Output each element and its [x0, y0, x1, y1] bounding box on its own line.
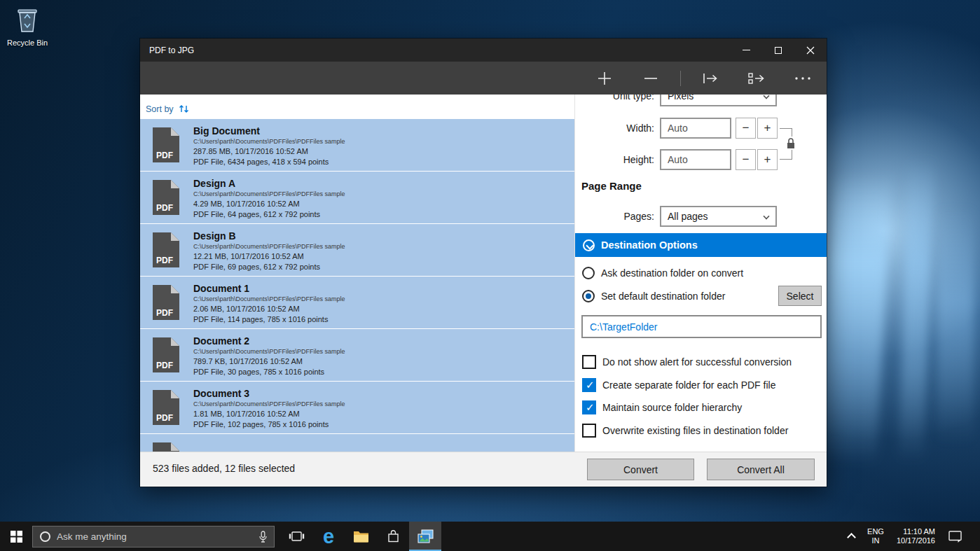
aspect-ratio-lock[interactable]: [786, 137, 796, 150]
file-list-item[interactable]: PDF Document 3 C:\Users\parth\Documents\…: [140, 382, 574, 433]
grid-arrow-right-icon: [747, 71, 766, 86]
checkbox-icon[interactable]: [582, 355, 596, 369]
file-list-item[interactable]: PDF Big Document C:\Users\parth\Document…: [140, 119, 574, 171]
maximize-button[interactable]: [762, 39, 794, 62]
wallpaper-light-beam: [898, 158, 934, 462]
file-name: Document 1: [193, 282, 345, 295]
status-bar: 523 files added, 12 files selected Conve…: [140, 452, 827, 487]
file-name: Document 2: [193, 335, 345, 347]
file-path: C:\Users\parth\Documents\PDFFiles\PDFFil…: [193, 190, 345, 199]
file-info: PDF File, 114 pages, 785 x 1016 points: [193, 314, 345, 325]
checkbox-icon[interactable]: [582, 400, 596, 414]
edge-browser-button[interactable]: [312, 522, 345, 551]
pdf-to-jpg-app-button[interactable]: [409, 522, 441, 551]
file-size-date: 287.85 MB, 10/17/2016 10:52 AM: [193, 146, 345, 157]
checkbox-icon[interactable]: [582, 378, 596, 392]
radio-ask-destination[interactable]: Ask destination folder on convert: [582, 265, 743, 281]
svg-text:PDF: PDF: [156, 203, 173, 213]
checkbox-no-alert[interactable]: Do not show alert for successful convers…: [582, 354, 792, 370]
checkbox-source-hierarchy[interactable]: Maintain source folder hierarchy: [582, 399, 742, 416]
recycle-bin[interactable]: Recycle Bin: [6, 6, 49, 47]
radio-set-default-destination[interactable]: Set default destination folder: [582, 288, 725, 305]
toolbar: [140, 62, 827, 95]
radio-icon[interactable]: [582, 290, 595, 302]
minimize-button[interactable]: [730, 39, 762, 62]
taskbar-clock[interactable]: 11:10 AM 10/17/2016: [890, 522, 941, 551]
convert-all-button-toolbar[interactable]: [740, 62, 773, 95]
remove-files-button[interactable]: [634, 62, 668, 95]
pdf-to-jpg-app-icon: [417, 529, 434, 544]
svg-text:PDF: PDF: [156, 151, 173, 160]
desktop: Recycle Bin PDF to JPG: [0, 0, 980, 551]
close-icon: [806, 46, 815, 55]
height-label: Height:: [575, 149, 654, 170]
height-input[interactable]: [660, 149, 731, 170]
radio-icon[interactable]: [582, 267, 595, 279]
sort-by-control[interactable]: Sort by: [140, 95, 574, 119]
width-decrease-button[interactable]: −: [736, 118, 756, 139]
edge-icon: [323, 526, 334, 547]
file-path: C:\Users\parth\Documents\PDFFiles\PDFFil…: [193, 400, 345, 409]
height-decrease-button[interactable]: −: [736, 149, 756, 170]
conversion-settings-panel: Unit type: Pixels Width: − +: [574, 95, 827, 452]
file-list-item[interactable]: PDF Design A C:\Users\parth\Documents\PD…: [140, 172, 574, 223]
file-path: C:\Users\parth\Documents\PDFFiles\PDFFil…: [193, 242, 345, 251]
svg-text:PDF: PDF: [156, 361, 173, 370]
convert-selected-button[interactable]: [693, 62, 727, 95]
search-input[interactable]: [57, 531, 253, 542]
chevron-down-icon: [763, 95, 769, 99]
file-list-item[interactable]: PDF Document 2 C:\Users\parth\Documents\…: [140, 329, 574, 381]
file-size-date: 2.06 MB, 10/17/2016 10:52 AM: [193, 304, 345, 314]
unit-type-dropdown[interactable]: Pixels: [660, 95, 777, 106]
file-explorer-button[interactable]: [345, 522, 377, 551]
pages-dropdown[interactable]: All pages: [660, 206, 777, 227]
destination-options-header[interactable]: Destination Options: [575, 233, 827, 257]
file-list-item[interactable]: PDF Document 1 C:\Users\parth\Documents\…: [140, 277, 574, 328]
file-size-date: 12.21 MB, 10/17/2016 10:52 AM: [193, 251, 345, 262]
select-folder-button[interactable]: Select: [778, 286, 822, 306]
checkbox-icon[interactable]: [582, 424, 596, 438]
destination-options-label: Destination Options: [601, 239, 698, 251]
file-list-item[interactable]: PDF Document 4: [140, 434, 574, 452]
language-region: IN: [872, 536, 880, 545]
minimize-icon: [743, 50, 750, 50]
taskbar-search[interactable]: [32, 526, 275, 547]
file-list-item[interactable]: PDF Design B C:\Users\parth\Documents\PD…: [140, 224, 574, 276]
action-center-button[interactable]: [941, 522, 969, 551]
pdf-to-jpg-window: PDF to JPG: [140, 39, 827, 487]
radio-label: Ask destination folder on convert: [601, 267, 743, 279]
start-button[interactable]: [0, 522, 32, 551]
language-code: ENG: [867, 527, 884, 536]
minus-icon: [643, 71, 658, 86]
wallpaper-light-beam: [817, 174, 892, 464]
file-info: PDF File, 6434 pages, 418 x 594 points: [193, 157, 345, 167]
width-input[interactable]: [660, 118, 731, 139]
clock-time: 11:10 AM: [903, 527, 935, 536]
add-files-button[interactable]: [588, 62, 621, 95]
plus-icon: [597, 71, 612, 86]
store-button[interactable]: [377, 522, 409, 551]
window-controls: [730, 39, 827, 62]
convert-all-button[interactable]: Convert All: [707, 459, 815, 480]
task-view-button[interactable]: [280, 522, 312, 551]
checkbox-overwrite-existing[interactable]: Overwrite existing files in destination …: [582, 422, 788, 439]
height-increase-button[interactable]: +: [757, 149, 778, 170]
height-row: Height: − +: [575, 149, 827, 170]
ellipsis-icon: [794, 76, 811, 81]
more-options-button[interactable]: [786, 62, 820, 95]
pdf-file-icon: PDF: [153, 232, 179, 267]
file-path: C:\Users\parth\Documents\PDFFiles\PDFFil…: [193, 295, 345, 304]
windows-logo-icon: [11, 531, 22, 543]
close-button[interactable]: [794, 39, 827, 62]
page-range-heading: Page Range: [581, 180, 642, 192]
language-indicator[interactable]: ENG IN: [861, 522, 890, 551]
status-text: 523 files added, 12 files selected: [153, 463, 295, 474]
titlebar[interactable]: PDF to JPG: [140, 39, 827, 62]
hidden-icons-button[interactable]: [842, 522, 861, 551]
microphone-icon[interactable]: [259, 531, 267, 543]
width-increase-button[interactable]: +: [757, 118, 778, 139]
convert-button[interactable]: Convert: [587, 459, 694, 480]
destination-folder-input[interactable]: [581, 315, 822, 338]
checkbox-label: Do not show alert for successful convers…: [602, 356, 792, 368]
checkbox-separate-folder[interactable]: Create separate folder for each PDF file: [582, 377, 775, 393]
